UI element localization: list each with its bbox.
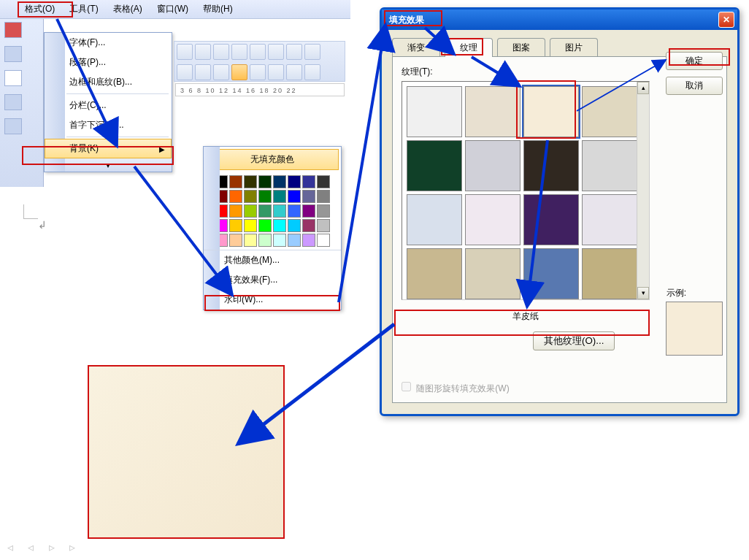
color-swatch[interactable] — [229, 190, 242, 203]
menu-format[interactable]: 格式(O) — [18, 0, 62, 18]
texture-cell[interactable] — [465, 86, 521, 137]
color-swatch[interactable] — [229, 219, 242, 232]
color-swatch[interactable] — [244, 190, 257, 203]
texture-cell[interactable] — [582, 248, 637, 299]
other-texture-button[interactable]: 其他纹理(O)... — [533, 331, 615, 350]
texture-cell[interactable] — [407, 140, 462, 191]
color-swatch[interactable] — [244, 234, 257, 247]
menu-tools[interactable]: 工具(T) — [62, 0, 105, 18]
toolbar-icon[interactable] — [4, 70, 22, 86]
menu-item-columns[interactable]: 分栏(C)... — [45, 96, 172, 115]
color-swatch[interactable] — [229, 204, 242, 218]
color-swatch[interactable] — [258, 234, 272, 247]
color-swatch[interactable] — [302, 190, 315, 203]
color-swatch[interactable] — [244, 204, 257, 218]
color-swatch[interactable] — [258, 175, 272, 188]
font-color-icon[interactable] — [4, 22, 22, 38]
toolbar-icon[interactable] — [4, 94, 22, 110]
color-swatch[interactable] — [288, 204, 301, 218]
texture-cell[interactable] — [523, 86, 579, 137]
menu-item-paragraph[interactable]: 段落(P)... — [45, 53, 172, 72]
align-center-button[interactable] — [268, 64, 284, 80]
color-swatch[interactable] — [317, 219, 330, 232]
watermark-option[interactable]: 水印(W)... — [204, 290, 341, 310]
more-colors-option[interactable]: 其他颜色(M)... — [204, 250, 341, 270]
color-swatch[interactable] — [288, 234, 301, 247]
toolbar-button[interactable] — [231, 44, 247, 60]
no-fill-option[interactable]: 无填充颜色 — [206, 149, 339, 170]
highlight-button[interactable] — [231, 64, 247, 80]
color-swatch[interactable] — [258, 219, 272, 232]
menu-item-borders[interactable]: 边框和底纹(B)... — [45, 72, 172, 92]
toolbar-button[interactable] — [177, 64, 193, 80]
toolbar-button[interactable] — [177, 44, 193, 60]
close-button[interactable]: ✕ — [718, 12, 734, 28]
toolbar-icon[interactable] — [4, 46, 22, 62]
color-swatch[interactable] — [273, 190, 286, 203]
menu-window[interactable]: 窗口(W) — [150, 0, 196, 18]
color-swatch[interactable] — [273, 234, 286, 247]
scroll-up-icon[interactable]: ▴ — [637, 82, 649, 94]
texture-cell[interactable] — [465, 140, 521, 191]
texture-cell[interactable] — [407, 86, 462, 137]
scroll-down-icon[interactable]: ▾ — [637, 287, 649, 299]
menu-item-background[interactable]: 背景(K) ▶ — [45, 139, 172, 158]
tab-gradient[interactable]: 渐变 — [392, 38, 440, 57]
texture-cell[interactable] — [465, 248, 521, 299]
toolbar-button[interactable] — [213, 44, 229, 60]
color-swatch[interactable] — [288, 219, 301, 232]
toolbar-button[interactable] — [304, 44, 320, 60]
color-swatch[interactable] — [229, 234, 242, 247]
color-swatch[interactable] — [229, 175, 242, 188]
toolbar-button[interactable] — [286, 44, 302, 60]
toolbar-button[interactable] — [195, 64, 211, 80]
color-swatch[interactable] — [317, 204, 330, 218]
fill-effects-option[interactable]: 填充效果(F)... — [204, 270, 341, 290]
color-swatch[interactable] — [244, 219, 257, 232]
color-swatch[interactable] — [302, 234, 315, 247]
menu-help[interactable]: 帮助(H) — [196, 0, 240, 18]
texture-scrollbar[interactable]: ▴ ▾ — [637, 82, 649, 299]
texture-cell[interactable] — [407, 194, 462, 245]
toolbar-button[interactable] — [195, 44, 211, 60]
color-swatch[interactable] — [244, 175, 257, 188]
align-right-button[interactable] — [286, 64, 302, 80]
ok-button[interactable]: 确定 — [666, 52, 723, 70]
align-justify-button[interactable] — [304, 64, 320, 80]
result-preview-box — [88, 365, 285, 539]
color-swatch[interactable] — [302, 175, 315, 188]
color-swatch[interactable] — [258, 190, 272, 203]
fill-effects-dialog: 填充效果 ✕ 渐变 纹理 图案 图片 纹理(T): ▴ ▾ 羊皮纸 其他纹理(O… — [380, 7, 740, 416]
texture-cell[interactable] — [523, 140, 579, 191]
color-swatch[interactable] — [302, 204, 315, 218]
texture-cell[interactable] — [523, 194, 579, 245]
tab-texture[interactable]: 纹理 — [445, 38, 493, 57]
color-swatch[interactable] — [273, 204, 286, 218]
texture-cell[interactable] — [582, 140, 637, 191]
columns-icon[interactable] — [4, 118, 22, 134]
cancel-button[interactable]: 取消 — [666, 77, 723, 95]
texture-cell[interactable] — [582, 194, 637, 245]
color-swatch[interactable] — [273, 175, 286, 188]
align-left-button[interactable] — [250, 64, 266, 80]
texture-cell[interactable] — [407, 248, 462, 299]
color-swatch[interactable] — [258, 204, 272, 218]
texture-cell[interactable] — [465, 194, 521, 245]
tab-pattern[interactable]: 图案 — [497, 38, 545, 57]
menu-item-dropcap[interactable]: 首字下沉(D)... — [45, 115, 172, 135]
texture-cell[interactable] — [582, 86, 637, 137]
tab-picture[interactable]: 图片 — [550, 38, 598, 57]
texture-cell[interactable] — [523, 248, 579, 299]
menu-item-font[interactable]: 字体(F)... — [45, 33, 172, 53]
color-swatch[interactable] — [317, 190, 330, 203]
color-swatch[interactable] — [302, 219, 315, 232]
color-swatch[interactable] — [288, 190, 301, 203]
color-swatch[interactable] — [317, 234, 330, 247]
toolbar-button[interactable] — [268, 44, 284, 60]
color-swatch[interactable] — [288, 175, 301, 188]
toolbar-button[interactable] — [250, 44, 266, 60]
menu-table[interactable]: 表格(A) — [106, 0, 150, 18]
color-swatch[interactable] — [317, 175, 330, 188]
toolbar-button[interactable] — [213, 64, 229, 80]
color-swatch[interactable] — [273, 219, 286, 232]
